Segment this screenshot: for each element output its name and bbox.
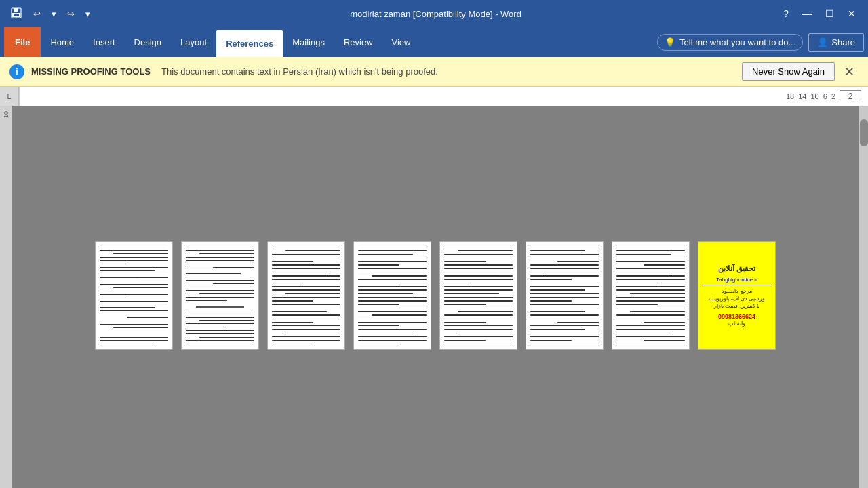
undo-dropdown-button[interactable]: ▾	[48, 7, 60, 21]
text-line	[358, 250, 427, 251]
text-line	[186, 280, 254, 281]
text-line	[616, 333, 671, 333]
page-content-1	[96, 242, 172, 349]
text-line	[557, 261, 599, 262]
text-line	[358, 264, 399, 265]
text-line	[199, 253, 254, 254]
text-line	[272, 286, 340, 287]
text-line	[358, 293, 413, 294]
close-button[interactable]: ✕	[842, 6, 861, 21]
redo-button[interactable]: ↪	[64, 7, 78, 21]
text-line	[100, 321, 168, 321]
text-line	[272, 258, 340, 258]
share-button[interactable]: 👤 Share	[808, 33, 864, 52]
tab-design[interactable]: Design	[125, 27, 171, 57]
help-icon-button[interactable]: ?	[778, 6, 794, 21]
text-line	[100, 281, 141, 281]
text-line	[272, 275, 340, 276]
vertical-scrollbar[interactable]	[859, 106, 868, 488]
close-notification-button[interactable]: ✕	[840, 63, 859, 81]
text-line	[616, 314, 685, 315]
text-line	[616, 297, 685, 298]
document-canvas[interactable]: تحقیق آنلاین Tahghighonline.ir مرجع دانل…	[12, 106, 859, 488]
text-line	[272, 311, 327, 312]
ruler-corner-button[interactable]: L	[0, 87, 19, 106]
text-line	[186, 317, 254, 318]
text-line	[100, 301, 168, 302]
tab-view[interactable]: View	[382, 27, 420, 57]
text-line	[616, 261, 685, 262]
ad-url: Tahghighonline.ir	[716, 277, 757, 283]
page-content-5	[440, 242, 517, 349]
text-line	[616, 254, 671, 255]
text-line	[444, 340, 486, 340]
text-line	[616, 247, 685, 247]
text-line	[372, 314, 427, 315]
tab-file[interactable]: File	[4, 27, 41, 57]
tab-insert[interactable]: Insert	[83, 27, 125, 57]
text-line	[530, 340, 572, 340]
tab-references[interactable]: References	[216, 30, 283, 57]
text-line	[272, 268, 340, 269]
share-user-icon: 👤	[817, 37, 828, 47]
text-line	[113, 287, 168, 288]
text-line	[358, 333, 413, 333]
quick-access-customize-button[interactable]: ▾	[82, 7, 94, 21]
never-show-again-button[interactable]: Never Show Again	[742, 62, 835, 81]
text-line	[444, 319, 513, 319]
tab-home[interactable]: Home	[41, 27, 83, 57]
text-line	[616, 286, 685, 287]
maximize-button[interactable]: ☐	[820, 6, 840, 21]
scrollbar-thumb-vertical[interactable]	[860, 119, 868, 146]
horizontal-ruler: L 18 14 10 6 2 2	[0, 87, 868, 106]
text-line	[616, 268, 685, 269]
text-line	[444, 304, 486, 305]
text-line	[100, 294, 168, 295]
tell-me-button[interactable]: 💡 Tell me what you want to do...	[657, 34, 803, 51]
text-line	[100, 340, 168, 341]
text-line	[530, 250, 585, 251]
text-line	[444, 308, 513, 308]
tab-review[interactable]: Review	[334, 27, 382, 57]
text-line	[530, 297, 599, 298]
text-line	[127, 298, 168, 298]
minimize-button[interactable]: —	[797, 6, 817, 21]
tab-layout[interactable]: Layout	[171, 27, 216, 57]
text-line	[100, 274, 168, 274]
text-line	[186, 330, 254, 331]
ribbon: File Home Insert Design Layout Reference…	[0, 27, 868, 57]
text-line	[358, 340, 427, 340]
text-line	[444, 279, 513, 280]
page-thumbnail-6	[526, 241, 604, 350]
text-line	[199, 320, 254, 321]
text-line	[530, 264, 599, 265]
text-line	[616, 279, 685, 280]
text-line	[530, 329, 585, 329]
page-thumbnail-2	[181, 241, 259, 350]
text-line	[530, 325, 599, 326]
text-line	[630, 311, 685, 312]
text-line	[530, 268, 599, 269]
text-line	[186, 277, 254, 277]
ruler-input-field[interactable]: 2	[840, 90, 861, 102]
text-line	[272, 300, 313, 301]
text-line	[444, 300, 513, 301]
text-line	[616, 289, 685, 290]
text-line	[644, 264, 685, 265]
text-line	[272, 254, 340, 255]
text-line	[100, 260, 168, 261]
save-button[interactable]	[7, 5, 26, 23]
tab-mailings[interactable]: Mailings	[283, 27, 334, 57]
page-content-6	[526, 242, 603, 349]
text-line	[530, 258, 599, 258]
text-line	[358, 247, 427, 247]
text-line	[458, 311, 513, 312]
text-line	[358, 283, 399, 283]
ad-contact: واتساپ	[728, 320, 745, 327]
text-line	[444, 258, 513, 258]
undo-button[interactable]: ↩	[30, 7, 44, 21]
text-line	[530, 289, 585, 290]
text-line	[530, 283, 599, 283]
text-line	[557, 322, 599, 323]
text-line	[113, 327, 168, 328]
